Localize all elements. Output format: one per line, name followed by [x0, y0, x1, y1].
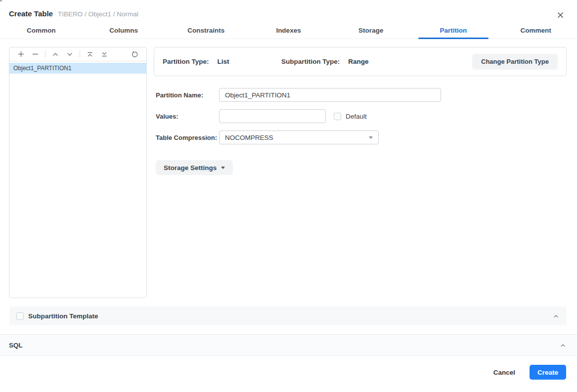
create-button[interactable]: Create: [530, 365, 566, 380]
toolbar-divider: [80, 50, 80, 58]
table-compression-row: Table Compression: NOCOMPRESS: [156, 131, 567, 144]
subpartition-template-label: Subpartition Template: [28, 312, 98, 320]
partition-list-panel: Object1_PARTITION1: [9, 47, 147, 298]
partition-list-toolbar: [9, 47, 146, 61]
move-to-top-icon[interactable]: [85, 49, 95, 59]
partition-list: Object1_PARTITION1: [9, 61, 146, 298]
storage-settings-label: Storage Settings: [164, 164, 217, 172]
values-row: Values: Default: [156, 109, 567, 123]
partition-name-input[interactable]: [219, 88, 441, 102]
move-down-icon[interactable]: [64, 49, 75, 59]
partition-tab-content: Object1_PARTITION1 Partition Type: List …: [0, 39, 577, 298]
subpartition-type-pair: Subpartition Type: Range: [281, 58, 369, 65]
values-input[interactable]: [219, 109, 326, 123]
collapse-chevron-up-icon[interactable]: [559, 341, 567, 349]
dialog-title: Create Table: [9, 9, 53, 18]
partition-detail-panel: Partition Type: List Subpartition Type: …: [154, 47, 567, 298]
tab-storage[interactable]: Storage: [330, 25, 412, 39]
chevron-down-icon: [221, 167, 225, 169]
table-compression-label: Table Compression:: [156, 134, 219, 141]
default-checkbox[interactable]: [334, 113, 341, 120]
toolbar-divider: [45, 50, 45, 58]
move-up-icon[interactable]: [50, 49, 61, 59]
subpartition-template-checkbox[interactable]: [16, 312, 24, 320]
tab-common[interactable]: Common: [0, 25, 83, 39]
tab-partition[interactable]: Partition: [412, 25, 495, 39]
table-compression-select[interactable]: NOCOMPRESS: [219, 131, 379, 144]
subpartition-template-section[interactable]: Subpartition Template: [9, 306, 567, 325]
change-partition-type-button[interactable]: Change Partition Type: [472, 54, 558, 70]
partition-type-pair: Partition Type: List: [163, 58, 281, 65]
collapse-chevron-up-icon[interactable]: [552, 312, 560, 320]
partition-list-item[interactable]: Object1_PARTITION1: [9, 63, 146, 74]
dialog-breadcrumb: TIBERO / Object1 / Normal: [58, 10, 138, 18]
chevron-down-icon: [369, 136, 373, 139]
partition-form: Partition Name: Values: Default Table Co…: [154, 88, 567, 175]
close-icon[interactable]: [555, 10, 565, 20]
cancel-button[interactable]: Cancel: [493, 369, 515, 376]
dialog-footer: Cancel Create: [0, 356, 577, 389]
tab-constraints[interactable]: Constraints: [165, 25, 247, 39]
partition-type-value: List: [218, 58, 229, 65]
partition-name-label: Partition Name:: [156, 91, 219, 99]
storage-settings-button[interactable]: Storage Settings: [156, 160, 233, 175]
tab-bar: Common Columns Constraints Indexes Stora…: [0, 25, 577, 39]
partition-name-row: Partition Name:: [156, 88, 567, 102]
dialog-header: Create Table TIBERO / Object1 / Normal: [0, 0, 577, 18]
reset-icon[interactable]: [130, 49, 140, 59]
tab-columns[interactable]: Columns: [83, 25, 165, 39]
values-label: Values:: [156, 113, 219, 120]
subpartition-type-value: Range: [348, 58, 368, 65]
tab-comment[interactable]: Comment: [494, 25, 577, 39]
remove-partition-icon[interactable]: [30, 49, 41, 59]
partition-type-label: Partition Type:: [163, 58, 209, 65]
sql-section-label: SQL: [9, 342, 23, 349]
subpartition-type-label: Subpartition Type:: [281, 58, 340, 65]
partition-type-summary: Partition Type: List Subpartition Type: …: [154, 47, 567, 76]
table-compression-value: NOCOMPRESS: [225, 134, 369, 141]
default-checkbox-label: Default: [346, 113, 367, 120]
sql-section[interactable]: SQL: [0, 334, 577, 356]
add-partition-icon[interactable]: [15, 49, 26, 59]
tab-indexes[interactable]: Indexes: [247, 25, 330, 39]
move-to-bottom-icon[interactable]: [99, 49, 110, 59]
